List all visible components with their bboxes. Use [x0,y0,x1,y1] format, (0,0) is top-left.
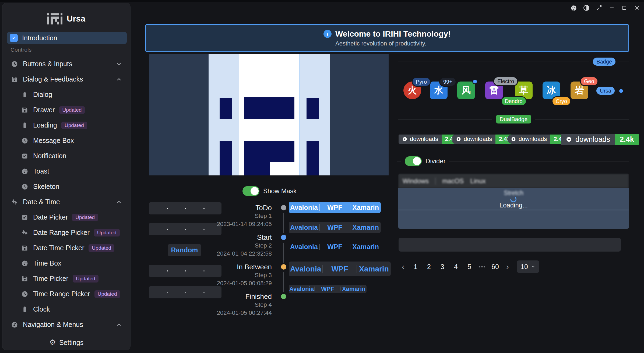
timeline-connector [283,243,284,263]
empty-input[interactable] [399,238,621,252]
sidebar-item-date-picker[interactable]: Date Picker Updated [6,210,127,225]
sidebar-item-date-range-picker[interactable]: Date Range Picker Updated [6,225,127,240]
chevron-down-icon [116,61,122,67]
sidebar-item-date-time-picker[interactable]: Date Time Picker Updated [6,240,127,256]
page-button[interactable]: 4 [450,260,462,273]
page-ellipsis[interactable]: ••• [477,260,488,273]
show-mask-toggle[interactable] [242,186,259,196]
page-button[interactable]: 5 [463,260,475,273]
group-button[interactable]: Xamarin [350,204,381,211]
sidebar-item-label: Introduction [22,34,57,42]
sidebar-item-clock[interactable]: Clock [6,302,127,317]
trees-icon [10,198,19,206]
splitter-line[interactable] [239,54,239,175]
splitter-line[interactable] [300,54,300,175]
group-button[interactable]: WPF [315,285,340,292]
download-icon [566,136,572,143]
irihi-logo-image [149,54,389,175]
group-button[interactable]: WPF [320,204,350,211]
tab-windows[interactable]: Windows [403,177,429,185]
github-icon[interactable] [570,4,577,11]
music-note-icon [21,259,29,267]
badge-dot [473,80,477,83]
close-icon[interactable] [634,4,641,11]
sidebar-item-dialog-feedbacks[interactable]: Dialog & Feedbacks [6,72,127,87]
settings-button[interactable]: ⚙ Settings [2,335,130,350]
pagination: ‹ 1 2 3 4 5 ••• 60 › 10 [398,260,539,273]
updated-badge: Updated [94,290,120,298]
theme-toggle-icon[interactable] [583,4,590,11]
page-button[interactable]: 3 [437,260,448,273]
group-button[interactable]: Xamarin [341,285,367,292]
maximize-icon[interactable] [621,4,628,11]
page-size-select[interactable]: 10 [517,260,539,273]
sidebar-item-toast[interactable]: Toast [6,164,127,179]
loading-tabs: Windows macOS Linux [398,174,629,188]
tab-linux[interactable]: Linux [470,177,485,185]
arrow-square-icon [21,152,29,160]
timeline-dot [281,205,286,210]
chevron-up-icon [116,76,122,83]
sidebar-item-skeleton[interactable]: Skeleton [6,179,127,194]
sidebar: Ursa Introduction Controls Buttons & Inp… [2,3,131,350]
sidebar-item-time-picker[interactable]: Time Picker Updated [6,271,127,286]
page-button[interactable]: 2 [423,260,435,273]
sidebar-item-time-range-picker[interactable]: Time Range Picker Updated [6,286,127,302]
chevron-up-icon [116,322,122,328]
fullscreen-icon[interactable] [596,4,603,11]
divider-toggle[interactable] [405,156,422,166]
sidebar-item-dialog[interactable]: Dialog [6,87,127,102]
battery-icon [21,91,29,99]
titlebar-controls [570,4,641,11]
sidebar-item-buttons-inputs[interactable]: Buttons & Inputs [6,56,127,72]
clock-icon [10,60,19,68]
sidebar-item-navigation-menus[interactable]: Navigation & Menus [6,317,127,332]
sidebar-item-loading[interactable]: Loading Updated [6,118,127,133]
group-button[interactable]: Avalonia [289,224,319,231]
minimize-icon[interactable] [608,4,615,11]
sidebar-item-time-box[interactable]: Time Box [6,256,127,271]
sidebar-item-drawer[interactable]: Drawer Updated [6,102,127,118]
page-next-button[interactable]: › [503,260,512,273]
group-button[interactable]: WPF [320,243,350,251]
page-button-last[interactable]: 60 [489,260,501,273]
updated-badge: Updated [94,229,120,236]
banner-title: Welcome to IRIHI Technology! [335,29,451,38]
button-group-solid: Avalonia WPF Xamarin [289,202,381,213]
banner-subtitle: Aesthetic revolution of productivity. [335,40,426,47]
download-icon [402,136,407,142]
downloads-badge: downloads 2.4k [399,135,460,144]
sidebar-item-message-box[interactable]: Message Box [6,133,127,148]
badge-geo: Geo [581,77,597,85]
app-window: Ursa Introduction Controls Buttons & Inp… [0,0,644,353]
group-button[interactable]: Avalonia [289,265,322,273]
badge-electro: Electro [494,77,517,85]
group-button[interactable]: Avalonia [289,243,319,251]
badge-count: 99+ [440,78,456,86]
window-top-border [0,0,644,2]
arrow-square-icon [10,34,18,42]
save-icon [21,106,29,114]
group-button[interactable]: Xamarin [350,224,381,231]
app-logo: Ursa [2,13,130,24]
group-button[interactable]: Xamarin [350,243,381,251]
group-button[interactable]: Xamarin [357,265,391,273]
tab-macos[interactable]: macOS [442,177,464,185]
sidebar-item-date-time[interactable]: Date & Time [6,194,127,210]
sidebar-item-introduction[interactable]: Introduction [7,32,127,44]
page-prev-button[interactable]: ‹ [398,260,408,273]
timeline-entry: In Between Step 3 2024-01-05 00:08:29 [172,263,272,287]
arrow-square-icon [21,213,29,221]
timeline-connector [283,213,284,233]
group-button[interactable]: WPF [323,265,357,273]
show-mask-label: Show Mask [263,187,297,195]
page-button[interactable]: 1 [410,260,421,273]
group-button[interactable]: Avalonia [289,285,314,292]
sidebar-item-notification[interactable]: Notification [6,148,127,164]
group-button[interactable]: Avalonia [289,204,319,211]
info-icon: i [323,30,332,38]
divider-demo-row: Divider [397,156,629,166]
group-button[interactable]: WPF [320,224,350,231]
updated-badge: Updated [73,275,98,283]
dualbadge-divider-pill: DualBadge [496,115,532,123]
